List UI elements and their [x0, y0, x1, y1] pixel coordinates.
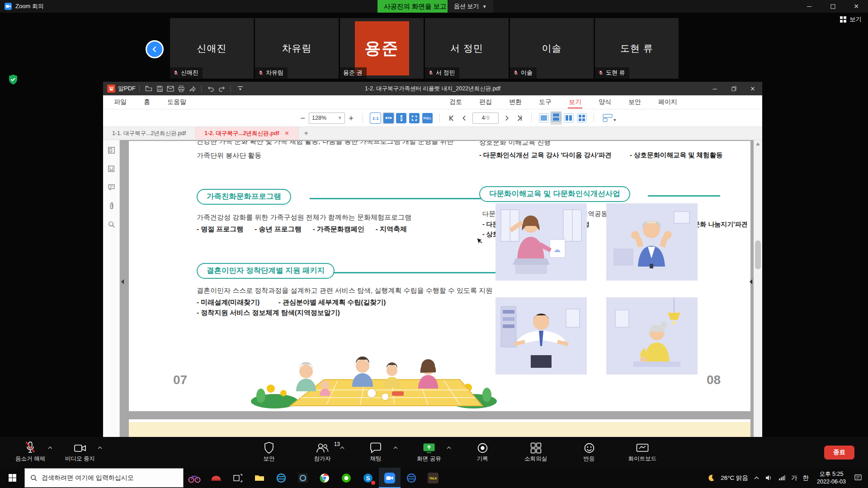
share-screen-button[interactable]: 화면 공유 [404, 439, 454, 465]
participant-tile[interactable]: 용준 용준 권 [340, 18, 424, 79]
record-button[interactable]: 기록 [458, 439, 507, 465]
pdf-restore-button[interactable] [724, 82, 743, 95]
menu-view[interactable]: 보기 [568, 96, 582, 108]
full-screen-button[interactable]: FULL [422, 113, 433, 123]
menu-tools[interactable]: 도구 [538, 96, 552, 108]
chevron-up-icon[interactable] [48, 443, 52, 451]
end-meeting-button[interactable]: 종료 [824, 446, 854, 460]
start-button[interactable] [0, 468, 24, 488]
fit-width-button-active[interactable] [382, 112, 395, 124]
speaker-icon[interactable] [765, 475, 772, 481]
search-doodle-bicycle-icon[interactable] [184, 468, 205, 488]
chat-button[interactable]: 채팅 [351, 439, 401, 465]
chevron-up-icon[interactable] [393, 443, 398, 451]
menu-convert[interactable]: 변환 [508, 96, 523, 108]
participant-tile[interactable]: 이솔 이솔 [510, 18, 594, 79]
first-page-button[interactable] [445, 115, 458, 122]
network-icon[interactable] [778, 475, 785, 481]
stop-video-button[interactable]: 비디오 중지 [55, 439, 105, 465]
participants-button[interactable]: 13 참가자 [297, 439, 347, 465]
actual-size-button[interactable]: 1:1 [370, 113, 381, 124]
zoom-out-button[interactable]: − [297, 114, 309, 122]
four-page-view-button[interactable] [576, 113, 587, 123]
photos-app-icon[interactable] [292, 468, 314, 488]
scrollbar-thumb[interactable] [755, 240, 761, 269]
participant-tile[interactable]: 차유림 차유림 [255, 18, 339, 79]
panel-collapse-arrow-left[interactable] [121, 278, 124, 286]
new-tab-button[interactable]: + [299, 127, 314, 140]
page-layout-dropdown[interactable] [599, 114, 619, 122]
file-explorer-icon[interactable] [249, 468, 270, 488]
menu-home[interactable]: 홈 [143, 96, 151, 108]
chrome-icon[interactable] [314, 468, 335, 488]
search-panel-icon[interactable] [108, 221, 115, 228]
vertical-scrollbar[interactable] [754, 140, 762, 437]
view-options-button[interactable]: 옵션 보기 ▼ [448, 0, 493, 13]
close-button[interactable]: ✕ [844, 0, 868, 13]
zoom-level-select[interactable]: 128%▼ [309, 113, 345, 124]
menu-edit[interactable]: 편집 [478, 96, 493, 108]
menu-file[interactable]: 파일 [113, 96, 127, 108]
undo-icon[interactable] [205, 84, 216, 94]
attachments-panel-icon[interactable] [108, 202, 114, 210]
whiteboard-button[interactable]: 화이트보드 [618, 439, 667, 465]
scroll-up-arrow[interactable] [756, 142, 760, 145]
minimize-button[interactable]: ─ [797, 0, 821, 13]
taskbar-search-input[interactable]: 검색하려면 여기에 입력하십시오 [24, 468, 184, 488]
prev-page-button[interactable] [458, 115, 471, 122]
task-view-button[interactable] [227, 468, 249, 488]
menu-security[interactable]: 보안 [627, 96, 642, 108]
menu-review[interactable]: 검토 [448, 96, 463, 108]
fit-page-button[interactable] [409, 113, 420, 123]
redo-icon[interactable] [216, 84, 227, 94]
panel-collapse-arrow-right[interactable] [749, 278, 753, 286]
email-icon[interactable] [165, 84, 176, 94]
gallery-view-button[interactable]: 보기 [840, 15, 862, 23]
kakaotalk-icon[interactable]: TALK [422, 468, 444, 488]
security-button[interactable]: 보안 [244, 439, 294, 465]
edge-browser-icon[interactable] [401, 468, 422, 488]
fit-height-button[interactable] [396, 113, 406, 123]
reactions-button[interactable]: 반응 [564, 439, 614, 465]
two-page-view-button[interactable] [563, 113, 574, 123]
participant-tile[interactable]: 서 정민 서 정민 [425, 18, 509, 79]
band-app-icon[interactable] [335, 468, 357, 488]
taskbar-clock[interactable]: 오후 5:25 2022-06-03 [817, 470, 846, 486]
participant-tile[interactable]: 도현 류 도현 류 [595, 18, 679, 79]
zoom-app-icon[interactable] [379, 468, 401, 488]
maximize-button[interactable] [821, 0, 844, 13]
search-doodle-helmet-icon[interactable] [205, 468, 227, 488]
tray-expand-chevron[interactable] [754, 476, 759, 479]
quick-toolbar-dropdown-icon[interactable] [235, 84, 245, 94]
menu-help[interactable]: 도움말 [166, 96, 187, 108]
next-page-button[interactable] [500, 115, 513, 122]
thumbnails-panel-icon[interactable] [108, 146, 115, 154]
last-page-button[interactable] [513, 115, 526, 122]
save-icon[interactable] [154, 84, 165, 94]
participant-tile[interactable]: 신애진 신애진 [170, 18, 254, 79]
share-icon[interactable] [187, 84, 198, 94]
collapse-strip-button[interactable] [146, 40, 164, 58]
comments-panel-icon[interactable] [108, 183, 115, 191]
open-file-icon[interactable] [143, 84, 154, 94]
single-page-view-button[interactable] [538, 113, 549, 123]
continuous-view-button-active[interactable] [550, 111, 562, 125]
chevron-up-icon[interactable] [340, 443, 344, 451]
page-number-input[interactable]: 4/9 [472, 113, 499, 124]
bookmarks-panel-icon[interactable] [108, 165, 115, 173]
unmute-button[interactable]: 음소거 해제 [5, 439, 55, 465]
menu-forms[interactable]: 양식 [598, 96, 612, 108]
tab-document-2-active[interactable]: 1-2. 대구북구...2년최신판.pdf ✕ [195, 127, 298, 140]
ime-lang-a[interactable]: 가 [791, 474, 797, 482]
weather-text[interactable]: 26°C 맑음 [721, 474, 748, 482]
breakout-rooms-button[interactable]: 소회의실 [511, 439, 561, 465]
chevron-up-icon[interactable] [447, 443, 451, 451]
action-center-icon[interactable] [854, 474, 862, 481]
chevron-up-icon[interactable] [98, 443, 102, 451]
print-icon[interactable] [176, 84, 187, 94]
ime-korean[interactable]: 한 [803, 474, 809, 482]
pdf-close-button[interactable]: ✕ [743, 82, 762, 95]
tab-close-icon[interactable]: ✕ [285, 130, 289, 136]
zoom-in-button[interactable]: + [345, 114, 357, 122]
pdf-minimize-button[interactable]: ─ [705, 82, 724, 95]
